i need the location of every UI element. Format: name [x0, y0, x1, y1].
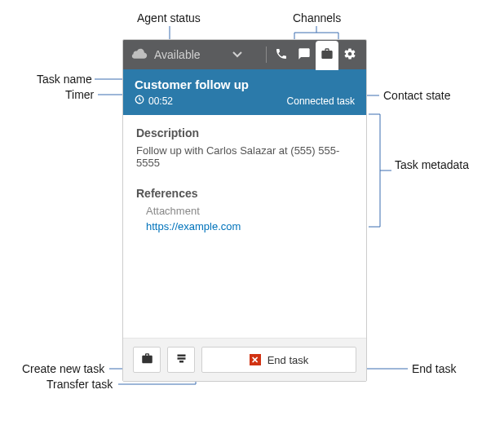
reference-item: Attachment https://example.com: [136, 205, 353, 232]
topbar: Available: [123, 40, 366, 69]
callout-contact-state: Contact state: [383, 89, 451, 102]
timer-group: 00:52: [135, 95, 173, 107]
timer-value: 00:52: [148, 95, 173, 107]
chat-icon: [298, 47, 311, 63]
settings-button[interactable]: [338, 47, 361, 63]
phone-icon: [275, 47, 288, 63]
contact-state: Connected task: [287, 95, 355, 107]
end-task-button[interactable]: ✕ End task: [201, 347, 356, 373]
cloud-icon: [131, 48, 148, 62]
callout-task-name: Task name: [37, 73, 92, 86]
chevron-down-icon: [232, 49, 243, 61]
footer: ✕ End task: [123, 338, 366, 381]
callout-task-metadata: Task metadata: [395, 158, 469, 171]
attachment-label: Attachment: [146, 205, 353, 217]
task-title: Customer follow up: [135, 77, 355, 91]
description-header: Description: [136, 126, 353, 139]
briefcase-icon: [141, 352, 153, 367]
callout-transfer-task: Transfer task: [46, 378, 113, 391]
callout-agent-status: Agent status: [137, 11, 201, 24]
references-header: References: [136, 187, 353, 200]
ccp-panel: Available Customer: [122, 39, 367, 382]
transfer-icon: [175, 352, 188, 367]
reference-link[interactable]: https://example.com: [146, 220, 353, 232]
clock-icon: [135, 95, 144, 107]
transfer-task-button[interactable]: [167, 347, 195, 373]
end-task-label: End task: [267, 354, 309, 366]
description-text: Follow up with Carlos Salazar at (555) 5…: [136, 144, 353, 169]
create-task-button[interactable]: [133, 347, 161, 373]
gear-icon: [343, 47, 356, 63]
divider: [266, 46, 267, 63]
channel-chat-button[interactable]: [293, 40, 316, 69]
briefcase-icon: [321, 47, 334, 63]
agent-status-text: Available: [154, 48, 201, 61]
task-body: Description Follow up with Carlos Salaza…: [123, 115, 366, 338]
close-icon: ✕: [250, 354, 261, 365]
agent-status-dropdown[interactable]: Available: [131, 48, 243, 62]
callout-channels: Channels: [293, 11, 341, 24]
channel-voice-button[interactable]: [270, 40, 293, 69]
channel-task-button[interactable]: [316, 41, 338, 70]
task-header: Customer follow up 00:52 Connected task: [123, 69, 366, 115]
callout-end-task: End task: [412, 362, 456, 375]
callout-create-new-task: Create new task: [22, 362, 104, 375]
callout-timer: Timer: [65, 88, 94, 101]
